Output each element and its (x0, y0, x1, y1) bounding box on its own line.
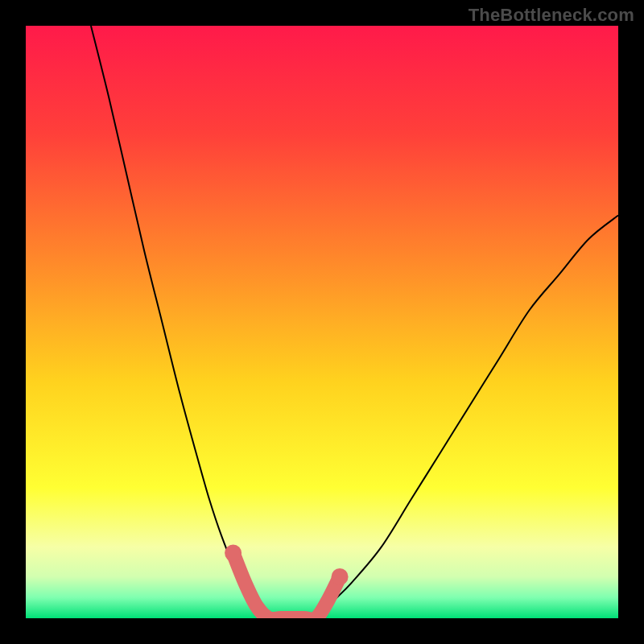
watermark-text: TheBottleneck.com (469, 5, 634, 26)
curve-left (91, 26, 262, 618)
highlight-dot (332, 568, 349, 585)
plot-area (26, 26, 618, 618)
highlight-dot (225, 545, 242, 562)
bottom-highlight (233, 553, 340, 618)
curve-right (316, 216, 618, 618)
curve-layer (26, 26, 618, 618)
chart-frame: TheBottleneck.com (0, 0, 644, 644)
